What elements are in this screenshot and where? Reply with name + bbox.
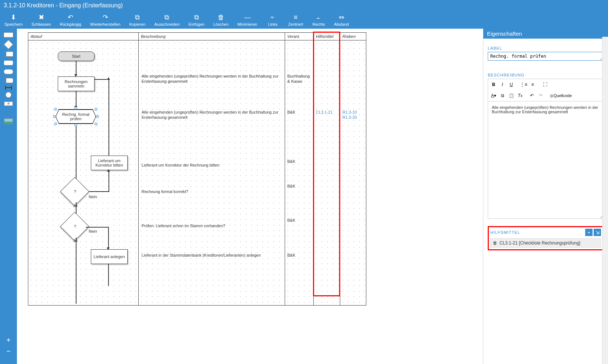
desc-row-3: Lieferant um Korrektur der Rechnung bitt… — [140, 162, 284, 168]
col-header-verant: Verant. — [285, 33, 314, 40]
toolbar-löschen[interactable]: 🗑Löschen — [209, 13, 233, 27]
lane-verant: Buchhaltung & Kasse B&K B&K B&K B&K B&K — [285, 40, 314, 305]
toolbar-icon: ⬇ — [11, 13, 16, 21]
node-lieferant-korrektur[interactable]: Lieferant um Korrektur bitten — [91, 156, 128, 170]
toolbar-icon: ⫟ — [269, 13, 276, 21]
label-ja-2: Ja — [72, 237, 79, 244]
rte-redo-button[interactable]: ↷ — [537, 92, 545, 100]
rte-bold-button[interactable]: B — [490, 81, 498, 89]
rte-textcolor-button[interactable]: A▾ — [490, 92, 498, 100]
toolbar-icon: — — [244, 13, 250, 21]
toolbar-label: Ausschneiden — [154, 22, 179, 26]
beschreibung-editor[interactable]: Alle eingehenden (ungeprüften) Rechnunge… — [488, 101, 604, 219]
hilfsmittel-field-header: HILFSMITTEL — [490, 230, 520, 235]
verant-row-3: B&K — [286, 158, 297, 165]
rte-number-list-button[interactable]: ≡ — [529, 81, 537, 89]
shape-rounded[interactable] — [4, 78, 13, 83]
shape-connector[interactable] — [5, 87, 12, 88]
col-header-risiken: Risiken — [340, 33, 366, 40]
toolbar-speichern[interactable]: ⬇Speichern — [0, 13, 27, 27]
window-title: 3.1.2-10 Kreditoren - Eingang (Ersterfas… — [0, 0, 608, 11]
shape-image[interactable] — [4, 118, 13, 124]
shape-text[interactable]: ☰ — [4, 101, 13, 106]
hilf-link-cl[interactable]: CL3.1-21 — [314, 109, 334, 115]
risk-link-2[interactable]: R1.3-20 — [341, 114, 358, 121]
hilfsmittel-link-button[interactable]: ⇲ — [594, 229, 601, 236]
shape-rect[interactable] — [4, 32, 13, 38]
toolbar-icon: ⧉ — [194, 13, 199, 21]
toolbar-label: Rückgängig — [60, 22, 81, 26]
toolbar-label: Rechts — [312, 22, 325, 26]
rte-clearformat-button[interactable]: Tx — [516, 92, 524, 100]
rte-bullet-list-button[interactable]: ⋮≡ — [520, 81, 528, 89]
rte-maximize-button[interactable]: ⛶ — [541, 81, 549, 89]
shape-palette: ☰ + − — [0, 29, 17, 364]
label-nein-2: Nein — [87, 228, 99, 235]
rte-italic-button[interactable]: I — [498, 81, 506, 89]
rte-copy-button[interactable]: ⧉ — [498, 92, 506, 100]
node-rechnungen-sammeln[interactable]: Rechnungen sammeln — [58, 76, 95, 91]
verant-row-6: B&K — [286, 252, 297, 258]
toolbar-zentriert[interactable]: ≡Zentriert — [284, 13, 307, 27]
zoom-out-button[interactable]: − — [3, 346, 14, 357]
hilfsmittel-add-button[interactable]: + — [585, 229, 593, 236]
lane-beschreibung: Alle eingehenden (ungeprüften) Rechnunge… — [139, 40, 285, 305]
toolbar-label: Einfügen — [189, 22, 205, 26]
hilfsmittel-section: HILFSMITTEL + ⇲ 🗑 CL3.1-21 [Checkliste R… — [488, 226, 604, 250]
verant-row-2: B&K — [286, 109, 297, 115]
lane-ablauf[interactable]: Start Rechnungen sammeln Rechng. formal … — [28, 40, 139, 305]
node-start[interactable]: Start — [58, 51, 95, 61]
rte-paste-button[interactable]: 📋 — [507, 92, 515, 100]
toolbar-label: Links — [268, 22, 278, 26]
toolbar-label: Wiederherstellen — [90, 22, 121, 26]
toolbar-label: Speichern — [4, 22, 23, 26]
col-header-beschreibung: Beschreibung — [139, 33, 285, 40]
toolbar-ausschneiden[interactable]: ⧉Ausschneiden — [150, 13, 184, 27]
toolbar-label: Abstand — [334, 22, 349, 26]
toolbar-kopieren[interactable]: ⧉Kopieren — [125, 13, 150, 27]
toolbar-rechts[interactable]: ⫠Rechts — [307, 13, 330, 27]
label-input[interactable] — [488, 52, 604, 61]
verant-row-4: B&K — [286, 183, 297, 189]
shape-oval[interactable] — [4, 69, 13, 74]
desc-row-1: Alle eingehenden (ungeprüften) Rechnunge… — [140, 73, 284, 85]
toolbar-icon: ⇔ — [339, 13, 344, 21]
toolbar-icon: ⧉ — [164, 13, 169, 21]
toolbar-icon: ≡ — [294, 13, 298, 21]
node-lieferant-anlegen[interactable]: Lieferant anlegen — [91, 249, 128, 264]
desc-row-2: Alle eingehenden (ungeprüften) Rechnunge… — [140, 109, 284, 121]
shape-diamond[interactable] — [4, 40, 13, 49]
label-field-header: LABEL — [488, 46, 604, 50]
trash-icon[interactable]: 🗑 — [493, 240, 497, 246]
beschreibung-field-header: BESCHREIBUNG — [488, 73, 604, 77]
toolbar-schliessen[interactable]: ✖Schliessen — [27, 13, 56, 27]
properties-scrollbar[interactable] — [602, 37, 608, 364]
toolbar-wiederherstellen[interactable]: ↷Wiederherstellen — [86, 13, 125, 27]
shape-small-diamond[interactable] — [5, 108, 12, 116]
label-ja-1: Ja — [72, 202, 79, 209]
diagram-canvas[interactable]: Ablauf Beschreibung Verant. Hilfsmittel … — [17, 29, 483, 364]
toolbar-icon: 🗑 — [218, 13, 224, 21]
lane-header: Ablauf Beschreibung Verant. Hilfsmittel … — [28, 33, 366, 40]
toolbar-label: Minimieren — [238, 22, 257, 26]
shape-swimlane[interactable] — [4, 51, 13, 57]
toolbar-rückgängig[interactable]: ↶Rückgängig — [56, 13, 86, 27]
toolbar-minimieren[interactable]: —Minimieren — [233, 13, 262, 27]
rte-source-button[interactable]: ◎ Quellcode — [548, 92, 573, 100]
rte-toolbar: B I U ⋮≡ ≡ ⛶ — [488, 79, 604, 90]
toolbar-links[interactable]: ⫟Links — [262, 13, 284, 27]
shape-hexagon[interactable] — [4, 60, 13, 65]
desc-row-4: Rechnung formal korrekt? — [140, 188, 284, 195]
shape-circle[interactable] — [6, 92, 11, 98]
rte-underline-button[interactable]: U — [507, 81, 515, 89]
toolbar-icon: ↶ — [68, 13, 73, 21]
rte-undo-button[interactable]: ↶ — [528, 92, 536, 100]
hilfsmittel-item[interactable]: 🗑 CL3.1-21 [Checkliste Rechnungsprüfung] — [490, 238, 601, 248]
toolbar-einfügen[interactable]: ⧉Einfügen — [184, 13, 209, 27]
toolbar-abstand[interactable]: ⇔Abstand — [330, 13, 353, 27]
lane-risiken: R1.3-10 R1.3-20 — [340, 40, 366, 305]
node-rechng-formal-pruefen[interactable]: Rechng. formal prüfen — [56, 109, 96, 124]
zoom-in-button[interactable]: + — [3, 335, 14, 346]
toolbar-icon: ⫠ — [315, 13, 322, 21]
hilfsmittel-item-label: CL3.1-21 [Checkliste Rechnungsprüfung] — [499, 240, 580, 246]
